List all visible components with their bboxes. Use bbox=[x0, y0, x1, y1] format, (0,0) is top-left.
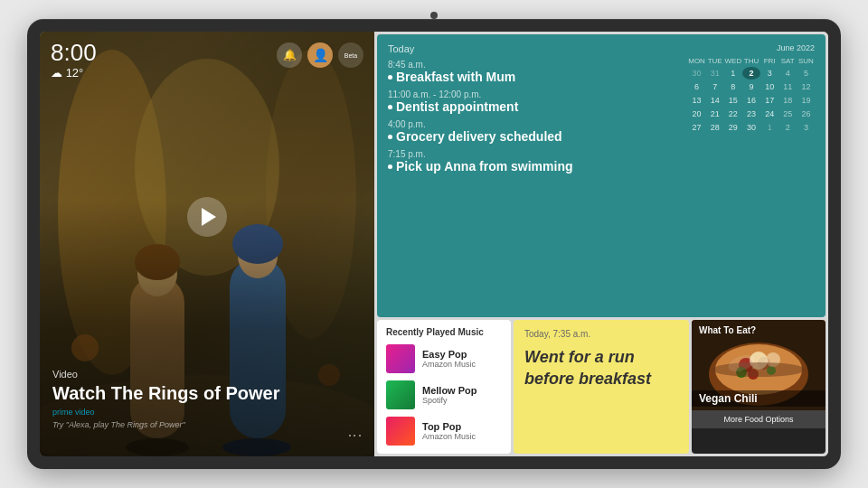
event-dot bbox=[388, 105, 392, 109]
note-widget[interactable]: Today, 7:35 a.m. Went for a run before b… bbox=[514, 320, 689, 454]
video-panel[interactable]: 8:00 ☁ 12° 🔔 👤 Beta Video Watch The Ring… bbox=[40, 32, 374, 456]
camera bbox=[430, 12, 438, 19]
music-info-2: Mellow Pop Spotify bbox=[422, 385, 502, 405]
svg-point-26 bbox=[712, 362, 806, 377]
food-widget-header: What To Eat? bbox=[699, 325, 756, 335]
event-dot bbox=[388, 135, 392, 139]
event-title: Breakfast with Mum bbox=[388, 70, 677, 84]
event-dot bbox=[388, 164, 392, 169]
time-display: 8:00 ☁ 12° bbox=[51, 41, 97, 80]
right-panel: Today 8:45 a.m. Breakfast with Mum 11:00… bbox=[374, 32, 828, 456]
music-source-2: Spotify bbox=[422, 396, 502, 405]
music-item[interactable]: Easy Pop Amazon Music bbox=[386, 344, 502, 373]
calendar: June 2022 MON TUE WED THU FRI SAT SUN 30… bbox=[688, 43, 815, 308]
event-time: 4:00 p.m. bbox=[388, 119, 677, 129]
event-item: 7:15 p.m. Pick up Anna from swimming bbox=[388, 149, 677, 174]
weather-display: ☁ 12° bbox=[51, 66, 97, 80]
top-icons: 🔔 👤 Beta bbox=[277, 42, 363, 68]
event-item: 11:00 a.m. - 12:00 p.m. Dentist appointm… bbox=[388, 89, 677, 114]
events-widget: Today 8:45 a.m. Breakfast with Mum 11:00… bbox=[377, 34, 826, 317]
more-options-button[interactable]: ⋮ bbox=[346, 428, 363, 444]
event-title: Grocery delivery scheduled bbox=[388, 129, 677, 144]
album-art-3 bbox=[386, 417, 415, 446]
event-item: 4:00 p.m. Grocery delivery scheduled bbox=[388, 119, 677, 144]
event-time: 8:45 a.m. bbox=[388, 60, 677, 70]
food-image: What To Eat? Vegan Chili bbox=[692, 320, 826, 410]
device-frame: 8:00 ☁ 12° 🔔 👤 Beta Video Watch The Ring… bbox=[27, 19, 841, 469]
video-title: Watch The Rings of Power bbox=[52, 382, 362, 404]
bottom-row: Recently Played Music Easy Pop Amazon Mu… bbox=[377, 320, 826, 454]
music-info-3: Top Pop Amazon Music bbox=[422, 421, 502, 441]
music-source-3: Amazon Music bbox=[422, 432, 502, 441]
music-source-1: Amazon Music bbox=[422, 360, 502, 369]
note-content: Went for a run before breakfast bbox=[524, 346, 678, 390]
today-label: Today bbox=[388, 43, 677, 54]
prime-badge: prime video bbox=[52, 408, 362, 417]
event-time: 11:00 a.m. - 12:00 p.m. bbox=[388, 89, 677, 99]
profile-icon[interactable]: 👤 bbox=[307, 42, 333, 68]
event-item: 8:45 a.m. Breakfast with Mum bbox=[388, 60, 677, 84]
video-info: Video Watch The Rings of Power prime vid… bbox=[52, 369, 362, 429]
weather-icon: ☁ bbox=[51, 66, 62, 80]
music-name-3: Top Pop bbox=[422, 421, 502, 432]
note-timestamp: Today, 7:35 a.m. bbox=[524, 329, 678, 339]
music-item[interactable]: Mellow Pop Spotify bbox=[386, 380, 502, 409]
event-dot bbox=[388, 75, 392, 80]
music-widget[interactable]: Recently Played Music Easy Pop Amazon Mu… bbox=[377, 320, 511, 454]
video-type-label: Video bbox=[52, 369, 362, 380]
play-button[interactable] bbox=[187, 197, 227, 237]
music-item[interactable]: Top Pop Amazon Music bbox=[386, 417, 502, 446]
notification-icon[interactable]: 🔔 bbox=[277, 42, 302, 68]
more-food-button[interactable]: More Food Options bbox=[692, 410, 826, 428]
screen: 8:00 ☁ 12° 🔔 👤 Beta Video Watch The Ring… bbox=[40, 32, 828, 456]
alexa-hint: Try "Alexa, play The Rings of Power" bbox=[52, 420, 362, 429]
calendar-title: June 2022 bbox=[688, 43, 815, 52]
music-name-2: Mellow Pop bbox=[422, 385, 502, 396]
event-title: Dentist appointment bbox=[388, 99, 677, 114]
music-name-1: Easy Pop bbox=[422, 349, 502, 360]
album-art-2 bbox=[386, 380, 415, 409]
clock: 8:00 bbox=[51, 41, 97, 64]
food-widget[interactable]: What To Eat? Vegan Chili More Food Optio… bbox=[692, 320, 826, 454]
music-info-1: Easy Pop Amazon Music bbox=[422, 349, 502, 369]
food-label: Vegan Chili bbox=[692, 390, 826, 407]
music-widget-title: Recently Played Music bbox=[386, 327, 502, 337]
calendar-grid: MON TUE WED THU FRI SAT SUN 30 31 1 2 3 … bbox=[688, 56, 815, 134]
beta-badge: Beta bbox=[338, 42, 363, 68]
play-icon bbox=[202, 208, 216, 226]
food-name: Vegan Chili bbox=[692, 390, 826, 407]
event-title: Pick up Anna from swimming bbox=[388, 159, 677, 174]
event-time: 7:15 p.m. bbox=[388, 149, 677, 159]
album-art-1 bbox=[386, 344, 415, 373]
events-list: Today 8:45 a.m. Breakfast with Mum 11:00… bbox=[388, 43, 677, 308]
temperature: 12° bbox=[66, 66, 84, 80]
